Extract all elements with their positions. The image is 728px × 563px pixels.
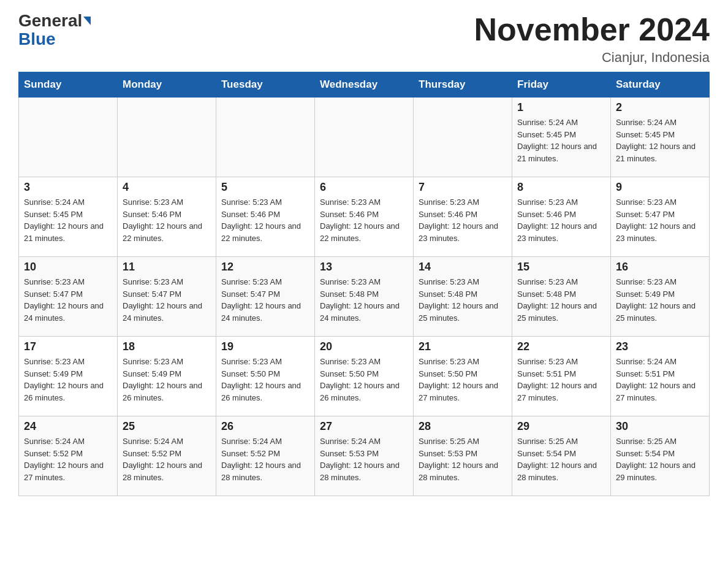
day-info: Sunrise: 5:23 AMSunset: 5:46 PMDaylight:… (221, 196, 309, 244)
weekday-header-sunday: Sunday (19, 72, 118, 98)
day-info: Sunrise: 5:23 AMSunset: 5:49 PMDaylight:… (616, 276, 704, 324)
calendar-cell: 20Sunrise: 5:23 AMSunset: 5:50 PMDayligh… (315, 337, 414, 416)
logo-triangle-icon (83, 17, 91, 25)
day-info: Sunrise: 5:23 AMSunset: 5:50 PMDaylight:… (419, 356, 507, 404)
calendar-cell: 11Sunrise: 5:23 AMSunset: 5:47 PMDayligh… (118, 257, 216, 337)
day-number: 30 (616, 420, 704, 433)
calendar-cell: 12Sunrise: 5:23 AMSunset: 5:47 PMDayligh… (216, 257, 315, 337)
calendar-cell: 1Sunrise: 5:24 AMSunset: 5:45 PMDaylight… (512, 98, 611, 177)
calendar-week-row: 3Sunrise: 5:24 AMSunset: 5:45 PMDaylight… (19, 177, 710, 257)
calendar-cell (315, 98, 414, 177)
day-info: Sunrise: 5:24 AMSunset: 5:45 PMDaylight:… (616, 117, 704, 164)
location-subtitle: Cianjur, Indonesia (474, 50, 710, 66)
calendar-cell: 5Sunrise: 5:23 AMSunset: 5:46 PMDaylight… (216, 177, 315, 257)
calendar-cell: 30Sunrise: 5:25 AMSunset: 5:54 PMDayligh… (611, 416, 710, 496)
day-info: Sunrise: 5:24 AMSunset: 5:52 PMDaylight:… (123, 435, 211, 483)
calendar-cell: 29Sunrise: 5:25 AMSunset: 5:54 PMDayligh… (512, 416, 611, 496)
calendar-cell: 15Sunrise: 5:23 AMSunset: 5:48 PMDayligh… (512, 257, 611, 337)
calendar-cell (216, 98, 315, 177)
weekday-header-tuesday: Tuesday (216, 72, 315, 98)
day-number: 16 (616, 261, 704, 274)
day-number: 18 (123, 340, 211, 353)
calendar-cell: 13Sunrise: 5:23 AMSunset: 5:48 PMDayligh… (315, 257, 414, 337)
month-year-title: November 2024 (474, 12, 710, 47)
day-info: Sunrise: 5:24 AMSunset: 5:52 PMDaylight:… (221, 435, 309, 483)
calendar-cell: 3Sunrise: 5:24 AMSunset: 5:45 PMDaylight… (19, 177, 118, 257)
day-info: Sunrise: 5:23 AMSunset: 5:49 PMDaylight:… (24, 356, 112, 404)
day-number: 3 (24, 181, 112, 194)
day-info: Sunrise: 5:23 AMSunset: 5:50 PMDaylight:… (320, 356, 408, 404)
calendar-cell (414, 98, 512, 177)
day-number: 17 (24, 340, 112, 353)
calendar-cell: 27Sunrise: 5:24 AMSunset: 5:53 PMDayligh… (315, 416, 414, 496)
calendar-cell: 19Sunrise: 5:23 AMSunset: 5:50 PMDayligh… (216, 337, 315, 416)
day-number: 19 (221, 340, 309, 353)
title-section: November 2024 Cianjur, Indonesia (474, 12, 710, 66)
day-info: Sunrise: 5:23 AMSunset: 5:50 PMDaylight:… (221, 356, 309, 404)
day-number: 24 (24, 420, 112, 433)
calendar-cell: 28Sunrise: 5:25 AMSunset: 5:53 PMDayligh… (414, 416, 512, 496)
logo-general-text: General (18, 12, 82, 29)
day-info: Sunrise: 5:23 AMSunset: 5:46 PMDaylight:… (517, 196, 605, 244)
calendar-week-row: 17Sunrise: 5:23 AMSunset: 5:49 PMDayligh… (19, 337, 710, 416)
calendar-table: SundayMondayTuesdayWednesdayThursdayFrid… (18, 72, 710, 496)
day-number: 15 (517, 261, 605, 274)
day-info: Sunrise: 5:23 AMSunset: 5:51 PMDaylight:… (517, 356, 605, 404)
calendar-cell: 10Sunrise: 5:23 AMSunset: 5:47 PMDayligh… (19, 257, 118, 337)
day-info: Sunrise: 5:25 AMSunset: 5:54 PMDaylight:… (616, 435, 704, 483)
day-info: Sunrise: 5:23 AMSunset: 5:46 PMDaylight:… (320, 196, 408, 244)
weekday-header-wednesday: Wednesday (315, 72, 414, 98)
day-info: Sunrise: 5:23 AMSunset: 5:47 PMDaylight:… (221, 276, 309, 324)
day-number: 25 (123, 420, 211, 433)
day-number: 4 (123, 181, 211, 194)
day-info: Sunrise: 5:24 AMSunset: 5:45 PMDaylight:… (517, 117, 605, 164)
day-number: 1 (517, 101, 605, 114)
day-number: 26 (221, 420, 309, 433)
day-info: Sunrise: 5:24 AMSunset: 5:51 PMDaylight:… (616, 356, 704, 404)
day-info: Sunrise: 5:24 AMSunset: 5:45 PMDaylight:… (24, 196, 112, 244)
calendar-week-row: 10Sunrise: 5:23 AMSunset: 5:47 PMDayligh… (19, 257, 710, 337)
calendar-cell: 22Sunrise: 5:23 AMSunset: 5:51 PMDayligh… (512, 337, 611, 416)
day-info: Sunrise: 5:23 AMSunset: 5:47 PMDaylight:… (123, 276, 211, 324)
day-info: Sunrise: 5:23 AMSunset: 5:46 PMDaylight:… (123, 196, 211, 244)
day-number: 7 (419, 181, 507, 194)
day-info: Sunrise: 5:23 AMSunset: 5:49 PMDaylight:… (123, 356, 211, 404)
day-info: Sunrise: 5:25 AMSunset: 5:54 PMDaylight:… (517, 435, 605, 483)
day-info: Sunrise: 5:23 AMSunset: 5:48 PMDaylight:… (517, 276, 605, 324)
weekday-header-friday: Friday (512, 72, 611, 98)
day-info: Sunrise: 5:25 AMSunset: 5:53 PMDaylight:… (419, 435, 507, 483)
day-number: 8 (517, 181, 605, 194)
calendar-cell: 24Sunrise: 5:24 AMSunset: 5:52 PMDayligh… (19, 416, 118, 496)
day-number: 11 (123, 261, 211, 274)
day-number: 13 (320, 261, 408, 274)
calendar-week-row: 24Sunrise: 5:24 AMSunset: 5:52 PMDayligh… (19, 416, 710, 496)
calendar-cell: 16Sunrise: 5:23 AMSunset: 5:49 PMDayligh… (611, 257, 710, 337)
calendar-cell: 18Sunrise: 5:23 AMSunset: 5:49 PMDayligh… (118, 337, 216, 416)
day-number: 21 (419, 340, 507, 353)
day-number: 14 (419, 261, 507, 274)
logo-blue-text: Blue (18, 29, 56, 48)
logo: General Blue (18, 12, 91, 49)
weekday-header-row: SundayMondayTuesdayWednesdayThursdayFrid… (19, 72, 710, 98)
calendar-cell (19, 98, 118, 177)
day-number: 12 (221, 261, 309, 274)
calendar-cell: 25Sunrise: 5:24 AMSunset: 5:52 PMDayligh… (118, 416, 216, 496)
calendar-cell: 23Sunrise: 5:24 AMSunset: 5:51 PMDayligh… (611, 337, 710, 416)
day-info: Sunrise: 5:23 AMSunset: 5:47 PMDaylight:… (24, 276, 112, 324)
day-info: Sunrise: 5:23 AMSunset: 5:47 PMDaylight:… (616, 196, 704, 244)
page-header: General Blue November 2024 Cianjur, Indo… (18, 12, 710, 66)
day-number: 23 (616, 340, 704, 353)
calendar-cell: 8Sunrise: 5:23 AMSunset: 5:46 PMDaylight… (512, 177, 611, 257)
day-number: 29 (517, 420, 605, 433)
weekday-header-thursday: Thursday (414, 72, 512, 98)
day-info: Sunrise: 5:24 AMSunset: 5:53 PMDaylight:… (320, 435, 408, 483)
day-number: 2 (616, 101, 704, 114)
day-number: 22 (517, 340, 605, 353)
calendar-cell: 14Sunrise: 5:23 AMSunset: 5:48 PMDayligh… (414, 257, 512, 337)
weekday-header-saturday: Saturday (611, 72, 710, 98)
day-number: 28 (419, 420, 507, 433)
day-info: Sunrise: 5:23 AMSunset: 5:46 PMDaylight:… (419, 196, 507, 244)
day-number: 6 (320, 181, 408, 194)
day-number: 20 (320, 340, 408, 353)
day-number: 27 (320, 420, 408, 433)
